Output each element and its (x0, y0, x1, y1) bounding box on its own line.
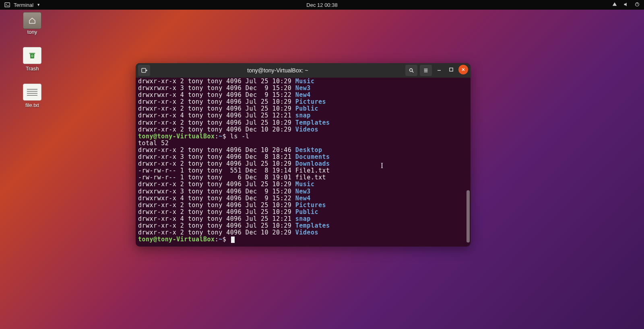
close-button[interactable] (458, 65, 468, 74)
terminal-prompt: tony@tony-VirtualBox:~$ ls -l (138, 133, 468, 140)
trash-icon (23, 47, 41, 64)
terminal-window: tony@tony-VirtualBox: ~ drwxr-xr-x 2 ton… (136, 63, 471, 247)
menu-button[interactable] (420, 65, 432, 76)
ls-entry: drwxr-xr-x 4 tony tony 4096 Jul 25 12:21… (138, 112, 468, 119)
ls-entry: drwxr-xr-x 3 tony tony 4096 Dec 8 18:21 … (138, 154, 468, 160)
topbar-clock[interactable]: Dec 12 00:38 (306, 2, 337, 8)
ls-entry: drwxr-xr-x 2 tony tony 4096 Jul 25 10:29… (138, 202, 468, 209)
ls-entry: drwxr-xr-x 4 tony tony 4096 Jul 25 12:21… (138, 216, 468, 222)
terminal-titlebar[interactable]: tony@tony-VirtualBox: ~ (136, 63, 471, 78)
ls-entry: drwxr-xr-x 2 tony tony 4096 Dec 10 20:29… (138, 126, 468, 133)
terminal-cursor (231, 236, 235, 243)
desktop-home-folder[interactable]: tony (16, 12, 48, 35)
terminal-scrollbar[interactable] (466, 190, 470, 243)
network-icon[interactable] (612, 2, 617, 8)
ls-entry: drwxr-xr-x 2 tony tony 4096 Jul 25 10:29… (138, 160, 468, 167)
terminal-prompt: tony@tony-VirtualBox:~$ (138, 236, 468, 243)
home-folder-icon (23, 12, 41, 29)
terminal-output[interactable]: drwxr-xr-x 2 tony tony 4096 Jul 25 10:29… (136, 78, 471, 247)
ls-entry: -rw-rw-r-- 1 tony tony 6 Dec 8 19:01 fil… (138, 174, 468, 181)
text-cursor-icon: I (381, 162, 383, 170)
desktop-file[interactable]: file.txt (16, 84, 48, 108)
text-file-icon (23, 84, 41, 101)
ls-entry: drwxr-xr-x 2 tony tony 4096 Jul 25 10:29… (138, 99, 468, 105)
ls-entry: drwxr-xr-x 2 tony tony 4096 Jul 25 10:29… (138, 222, 468, 229)
ls-entry: drwxr-xr-x 2 tony tony 4096 Dec 10 20:29… (138, 229, 468, 236)
maximize-button[interactable] (446, 65, 456, 74)
ls-entry: drwxr-xr-x 2 tony tony 4096 Jul 25 10:29… (138, 209, 468, 216)
ls-entry: drwxr-xr-x 2 tony tony 4096 Jul 25 10:29… (138, 181, 468, 188)
new-tab-button[interactable] (138, 65, 150, 76)
svg-line-8 (412, 71, 414, 73)
ls-entry: drwxrwxr-x 3 tony tony 4096 Dec 9 15:20 … (138, 188, 468, 195)
ls-entry: drwxr-xr-x 2 tony tony 4096 Dec 10 20:46… (138, 147, 468, 154)
svg-rect-4 (142, 68, 146, 72)
gnome-top-bar: Terminal ▼ Dec 12 00:38 (0, 0, 644, 10)
terminal-title: tony@tony-VirtualBox: ~ (150, 67, 405, 74)
ls-entry: drwxrwxr-x 4 tony tony 4096 Dec 9 15:22 … (138, 195, 468, 202)
terminal-app-icon[interactable] (4, 2, 10, 8)
topbar-app-label[interactable]: Terminal (14, 2, 33, 8)
ls-entry: -rw-rw-r-- 1 tony tony 551 Dec 8 19:14 F… (138, 167, 468, 174)
power-icon[interactable] (634, 2, 640, 8)
desktop-trash-label: Trash (26, 66, 39, 72)
search-button[interactable] (405, 65, 417, 76)
desktop-icons-area: tony Trash file.txt (16, 12, 48, 108)
minimize-button[interactable] (434, 65, 444, 74)
desktop-file-label: file.txt (25, 102, 39, 108)
volume-icon[interactable] (623, 2, 629, 8)
menu-caret-icon: ▼ (37, 3, 40, 7)
ls-entry: drwxr-xr-x 2 tony tony 4096 Jul 25 10:29… (138, 119, 468, 126)
ls-entry: drwxr-xr-x 2 tony tony 4096 Jul 25 10:29… (138, 105, 468, 112)
ls-entry: drwxrwxr-x 3 tony tony 4096 Dec 9 15:20 … (138, 85, 468, 92)
ls-entry: drwxrwxr-x 4 tony tony 4096 Dec 9 15:22 … (138, 92, 468, 99)
ls-total: total 52 (138, 140, 468, 147)
ls-entry: drwxr-xr-x 2 tony tony 4096 Jul 25 10:29… (138, 78, 468, 85)
svg-rect-13 (450, 68, 453, 71)
svg-point-7 (410, 69, 413, 72)
svg-rect-0 (5, 3, 10, 7)
desktop-trash[interactable]: Trash (16, 47, 48, 72)
desktop-home-label: tony (27, 29, 37, 35)
